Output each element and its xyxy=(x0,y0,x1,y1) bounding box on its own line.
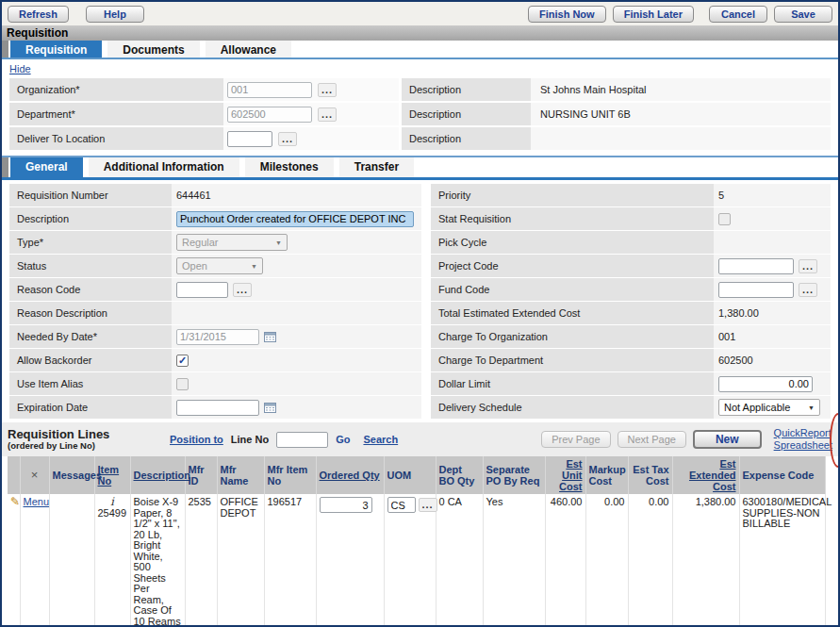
toolbar-right: Finish Now Finish Later Cancel Save xyxy=(528,6,832,23)
new-line-button[interactable]: New xyxy=(693,430,762,449)
finish-later-button[interactable]: Finish Later xyxy=(613,6,694,23)
allow-backorder-checkbox[interactable]: ✓ xyxy=(176,355,189,367)
requisition-number-label: Requisition Number xyxy=(9,184,172,206)
total-estimated-extended-cost-value: 1,380.00 xyxy=(714,302,831,324)
delivery-schedule-select[interactable]: Not Applicable▼ xyxy=(718,399,820,416)
organization-row: Organization* ... Description St Johns M… xyxy=(9,78,831,101)
ordered-qty-input[interactable] xyxy=(320,497,372,513)
fund-code-input[interactable] xyxy=(718,282,794,298)
separate-po-header: Separate PO By Req xyxy=(483,456,545,494)
calendar-icon[interactable] xyxy=(264,331,276,342)
tab-milestones[interactable]: Milestones xyxy=(245,157,334,177)
status-label: Status xyxy=(9,255,172,277)
needed-by-date-input[interactable] xyxy=(176,329,259,345)
organization-lookup-icon[interactable]: ... xyxy=(318,83,337,97)
department-desc-label: Description xyxy=(402,103,531,125)
line-no-input[interactable] xyxy=(276,432,328,448)
general-right-column: Priority 5 Stat Requisition Pick Cycle P… xyxy=(431,184,831,419)
finish-now-button[interactable]: Finish Now xyxy=(528,6,606,23)
dept-bo-qty-cell: 0 CA xyxy=(436,494,483,627)
calendar-icon[interactable] xyxy=(264,402,276,413)
position-to-link[interactable]: Position to xyxy=(170,434,223,445)
needed-by-date-label: Needed By Date* xyxy=(9,325,172,348)
search-link[interactable]: Search xyxy=(363,434,398,445)
lines-table-wrap: × Messages Item No Description Mfr ID Mf… xyxy=(2,456,838,627)
fund-code-lookup-icon[interactable]: ... xyxy=(799,283,817,297)
toolbar-left: Refresh Help xyxy=(8,6,144,23)
department-lookup-icon[interactable]: ... xyxy=(318,107,337,122)
item-no-header[interactable]: Item No xyxy=(94,456,130,494)
separate-po-cell: Yes xyxy=(483,494,545,627)
next-page-button[interactable]: Next Page xyxy=(618,431,686,448)
requisition-lines-subtitle: (ordered by Line No) xyxy=(8,441,170,451)
hide-link[interactable]: Hide xyxy=(9,63,31,74)
uom-input[interactable] xyxy=(387,497,416,513)
tab-general[interactable]: General xyxy=(10,157,83,177)
tab-allowance[interactable]: Allowance xyxy=(206,41,291,58)
messages-cell xyxy=(49,494,94,627)
description-header[interactable]: Description xyxy=(130,456,185,494)
department-control: ... xyxy=(223,103,399,125)
spreadsheet-link[interactable]: Spreadsheet xyxy=(774,439,832,452)
save-button[interactable]: Save xyxy=(774,6,832,23)
chevron-down-icon: ▼ xyxy=(275,239,282,246)
use-item-alias-checkbox[interactable] xyxy=(176,378,189,390)
requisition-lines-title: Requisition Lines xyxy=(8,428,170,441)
prev-page-button[interactable]: Prev Page xyxy=(541,431,610,448)
delivery-schedule-label: Delivery Schedule xyxy=(431,396,714,419)
tab-requisition[interactable]: Requisition xyxy=(10,41,102,58)
type-label: Type* xyxy=(9,231,172,254)
charge-to-department-value: 602500 xyxy=(714,349,831,371)
pick-cycle-label: Pick Cycle xyxy=(431,231,714,254)
est-unit-cost-header[interactable]: Est Unit Cost xyxy=(545,456,585,494)
top-toolbar: Refresh Help Finish Now Finish Later Can… xyxy=(2,2,838,25)
mfr-id-header: Mfr ID xyxy=(185,456,217,494)
tab-additional-information[interactable]: Additional Information xyxy=(89,157,239,177)
project-code-lookup-icon[interactable]: ... xyxy=(799,259,817,273)
department-label: Department* xyxy=(9,103,223,125)
priority-value: 5 xyxy=(714,184,831,206)
deliver-to-control: ... xyxy=(223,127,399,150)
department-input[interactable] xyxy=(227,107,312,123)
dollar-limit-input[interactable] xyxy=(718,376,813,392)
x-icon[interactable]: × xyxy=(31,468,39,482)
charge-to-organization-label: Charge To Organization xyxy=(431,325,714,348)
refresh-button[interactable]: Refresh xyxy=(8,6,69,23)
mfr-item-no-header: Mfr Item No xyxy=(264,456,316,494)
help-button[interactable]: Help xyxy=(86,6,144,23)
description-input[interactable] xyxy=(176,211,414,227)
ordered-qty-header[interactable]: Ordered Qty xyxy=(316,456,384,494)
cancel-button[interactable]: Cancel xyxy=(709,6,767,23)
edit-pencil-icon[interactable]: ✎ xyxy=(10,495,20,508)
chevron-down-icon: ▼ xyxy=(251,263,257,270)
position-to-group: Position to Line No Go Search xyxy=(170,432,398,448)
stat-requisition-checkbox[interactable] xyxy=(718,213,731,225)
tab-documents[interactable]: Documents xyxy=(107,41,199,58)
status-select[interactable]: Open▼ xyxy=(176,257,263,274)
organization-desc-label: Description xyxy=(402,78,531,101)
item-no-cell: i 25499 xyxy=(94,494,130,627)
expiration-date-input[interactable] xyxy=(176,400,259,416)
pick-cycle-value xyxy=(714,231,831,254)
go-button[interactable]: Go xyxy=(336,434,350,445)
reason-code-input[interactable] xyxy=(176,282,228,298)
quickreport-link[interactable]: QuickReport xyxy=(774,427,832,439)
est-extended-cost-header[interactable]: Est Extended Cost xyxy=(672,456,739,494)
type-select[interactable]: Regular▼ xyxy=(176,234,288,251)
uom-lookup-icon[interactable]: ... xyxy=(419,498,437,512)
requisition-lines-title-block: Requisition Lines (ordered by Line No) xyxy=(8,428,170,451)
description-label: Description xyxy=(9,207,172,230)
project-code-label: Project Code xyxy=(431,255,714,277)
row-menu-link[interactable]: Menu xyxy=(24,496,50,507)
allow-backorder-label: Allow Backorder xyxy=(9,349,172,371)
general-form: Requisition Number 644461 Description Ty… xyxy=(2,180,838,421)
deliver-to-lookup-icon[interactable]: ... xyxy=(278,132,297,146)
deliver-to-input[interactable] xyxy=(227,131,272,147)
organization-input[interactable] xyxy=(227,82,312,98)
dollar-limit-label: Dollar Limit xyxy=(431,372,714,395)
general-left-column: Requisition Number 644461 Description Ty… xyxy=(9,184,421,419)
tab-transfer[interactable]: Transfer xyxy=(339,157,414,177)
project-code-input[interactable] xyxy=(718,258,794,274)
reason-code-lookup-icon[interactable]: ... xyxy=(233,283,252,297)
dept-bo-qty-header: Dept BO Qty xyxy=(436,456,483,494)
